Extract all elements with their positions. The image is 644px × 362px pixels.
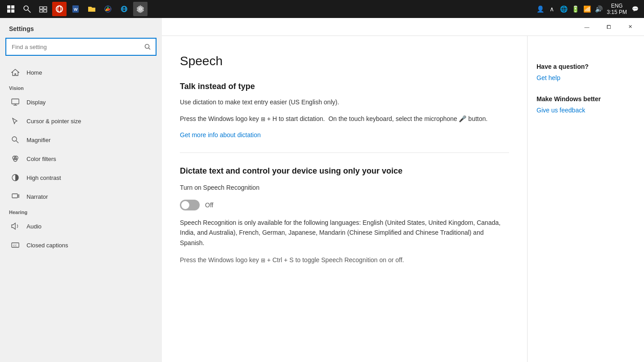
color-filters-label: Color filters	[27, 156, 56, 162]
sidebar-item-color-filters[interactable]: Color filters	[0, 149, 162, 168]
svg-line-19	[149, 48, 151, 50]
vision-section-label: Vision	[0, 82, 162, 93]
search-input[interactable]	[6, 40, 139, 54]
notification-button[interactable]: 💬	[630, 4, 640, 14]
svg-rect-1	[11, 5, 14, 9]
minimize-button[interactable]: —	[577, 20, 597, 34]
section-divider	[180, 152, 509, 153]
content-area: Speech Talk instead of type Use dictatio…	[162, 36, 527, 362]
svg-line-5	[28, 10, 31, 13]
taskbar-left: W	[4, 2, 148, 16]
sidebar-item-cursor[interactable]: Cursor & pointer size	[0, 112, 162, 130]
start-button[interactable]	[4, 2, 18, 16]
speech-recognition-info: Speech Recognition is only available for…	[180, 218, 509, 248]
word-icon[interactable]: W	[68, 2, 83, 16]
file-explorer-icon[interactable]	[85, 2, 99, 16]
app-window: Settings Home Vision Display	[0, 18, 644, 362]
speech-recognition-toggle-row: Off	[180, 200, 509, 210]
sidebar: Settings Home Vision Display	[0, 18, 162, 362]
sidebar-item-narrator[interactable]: Narrator	[0, 187, 162, 206]
sidebar-item-display[interactable]: Display	[0, 93, 162, 112]
sidebar-item-closed-captions[interactable]: CC Closed captions	[0, 236, 162, 255]
magnifier-label: Magnifier	[27, 137, 50, 143]
audio-label: Audio	[27, 223, 41, 230]
right-panel: Have a question? Get help Make Windows b…	[527, 36, 644, 362]
title-bar: — ⧠ ✕	[162, 18, 644, 36]
main-content: — ⧠ ✕ Speech Talk instead of type Use di…	[162, 18, 644, 362]
narrator-label: Narrator	[27, 193, 48, 200]
speech-recognition-note: Press the Windows logo key ⊞ + Ctrl + S …	[180, 255, 509, 265]
taskbar: W 👤 ∧ 🌐 🔋 📶 🔊 ENG 3:15 PM	[0, 0, 644, 18]
make-windows-better-title: Make Windows better	[537, 95, 635, 103]
svg-rect-2	[7, 9, 10, 13]
page-title: Speech	[180, 54, 509, 68]
section1-description: Use dictation to make text entry easier …	[180, 98, 509, 107]
close-button[interactable]: ✕	[620, 20, 640, 34]
clock-time: 3:15 PM	[607, 9, 627, 15]
drive-icon[interactable]	[101, 2, 115, 16]
high-contrast-icon	[10, 173, 20, 183]
taskbar-right: 👤 ∧ 🌐 🔋 📶 🔊 ENG 3:15 PM 💬	[535, 3, 640, 15]
svg-rect-9	[44, 10, 47, 12]
network-icon[interactable]: 🌐	[558, 4, 569, 14]
clock[interactable]: ENG 3:15 PM	[607, 3, 627, 15]
sidebar-item-audio[interactable]: Audio	[0, 217, 162, 236]
volume-icon[interactable]: 🔊	[593, 4, 604, 14]
svg-point-11	[58, 6, 61, 12]
audio-icon	[10, 221, 20, 231]
closed-captions-icon: CC	[10, 240, 20, 250]
maximize-button[interactable]: ⧠	[598, 20, 619, 34]
task-view-button[interactable]	[36, 2, 50, 16]
speech-recognition-toggle[interactable]	[180, 200, 200, 210]
home-label: Home	[27, 69, 42, 76]
display-label: Display	[27, 99, 46, 106]
get-help-link[interactable]: Get help	[537, 74, 560, 81]
display-icon	[10, 97, 20, 107]
have-question-title: Have a question?	[537, 63, 635, 70]
search-button[interactable]	[139, 39, 156, 55]
svg-rect-3	[11, 9, 14, 13]
svg-rect-6	[40, 7, 43, 9]
narrator-icon	[10, 192, 20, 201]
svg-rect-29	[12, 194, 18, 198]
section2-title: Dictate text and control your device usi…	[180, 166, 509, 176]
svg-rect-8	[40, 10, 43, 12]
sidebar-item-home[interactable]: Home	[0, 63, 162, 82]
magnifier-icon	[10, 135, 20, 145]
svg-rect-7	[44, 7, 47, 9]
sidebar-item-magnifier[interactable]: Magnifier	[0, 130, 162, 149]
opera-icon[interactable]	[52, 2, 67, 16]
language-indicator: ENG	[611, 3, 623, 9]
hearing-section-label: Hearing	[0, 206, 162, 217]
ie-icon[interactable]	[117, 2, 131, 16]
high-contrast-label: High contrast	[27, 174, 61, 181]
wifi-icon[interactable]: 📶	[581, 4, 592, 14]
svg-text:CC: CC	[13, 244, 17, 247]
cursor-icon	[10, 116, 20, 126]
cursor-label: Cursor & pointer size	[27, 118, 81, 125]
search-taskbar-button[interactable]	[20, 2, 34, 16]
toggle-knob	[181, 201, 189, 209]
feedback-section: Make Windows better Give us feedback	[537, 95, 635, 114]
dictation-info-link[interactable]: Get more info about dictation	[180, 131, 261, 139]
section1-title: Talk instead of type	[180, 82, 509, 91]
expand-tray-icon[interactable]: ∧	[546, 4, 557, 14]
svg-point-18	[145, 45, 149, 49]
sidebar-item-high-contrast[interactable]: High contrast	[0, 168, 162, 187]
toggle-label-text: Turn on Speech Recognition	[180, 183, 509, 192]
search-box[interactable]	[5, 38, 157, 56]
svg-rect-0	[7, 5, 10, 9]
home-icon	[10, 67, 20, 77]
settings-taskbar-icon[interactable]	[133, 2, 148, 16]
section1-instruction: Press the Windows logo key ⊞ + H to star…	[180, 114, 509, 124]
system-tray: 👤 ∧ 🌐 🔋 📶 🔊	[535, 4, 604, 14]
svg-text:W: W	[74, 7, 78, 12]
svg-point-4	[24, 6, 28, 10]
svg-line-24	[16, 141, 18, 143]
people-icon[interactable]: 👤	[535, 4, 546, 14]
svg-point-10	[56, 6, 63, 12]
svg-rect-20	[12, 99, 19, 104]
battery-icon[interactable]: 🔋	[570, 4, 581, 14]
color-filters-icon	[10, 154, 20, 164]
give-feedback-link[interactable]: Give us feedback	[537, 107, 585, 114]
